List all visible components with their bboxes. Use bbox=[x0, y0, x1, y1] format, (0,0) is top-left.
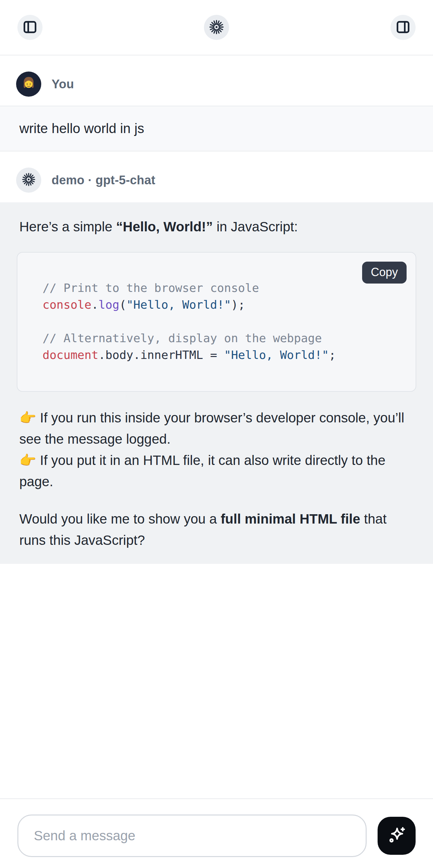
assistant-question-paragraph: Would you like me to show you a full min… bbox=[19, 508, 414, 551]
top-bar bbox=[0, 0, 433, 55]
chat-app: You write hello world in js dem bbox=[0, 0, 433, 868]
intro-bold: “Hello, World!” bbox=[116, 219, 213, 234]
javascript-code: // Print to the browser console console.… bbox=[42, 281, 336, 362]
copy-code-button[interactable]: Copy bbox=[362, 261, 407, 283]
code-content: // Print to the browser console console.… bbox=[18, 253, 415, 391]
user-sender-row: You bbox=[0, 55, 433, 106]
starburst-logo-icon bbox=[22, 173, 36, 188]
tip-line-2: 👉 If you put it in an HTML file, it can … bbox=[19, 453, 385, 489]
assistant-avatar bbox=[16, 167, 41, 193]
user-sender-name: You bbox=[52, 77, 74, 91]
user-message-text: write hello world in js bbox=[19, 121, 144, 136]
right-panel-toggle-button[interactable] bbox=[391, 15, 415, 40]
sparkles-icon bbox=[386, 826, 407, 846]
send-button[interactable] bbox=[378, 817, 415, 855]
tip-line-1: 👉 If you run this inside your browser’s … bbox=[19, 410, 404, 446]
assistant-tips-paragraph: 👉 If you run this inside your browser’s … bbox=[19, 407, 414, 492]
code-block: Copy // Print to the browser console con… bbox=[17, 252, 416, 392]
question-prefix: Would you like me to show you a bbox=[19, 511, 221, 526]
intro-suffix: in JavaScript: bbox=[213, 219, 298, 234]
assistant-sender-row: demo · gpt-5-chat bbox=[0, 151, 433, 202]
intro-prefix: Here’s a simple bbox=[19, 219, 116, 234]
starburst-logo-icon bbox=[209, 19, 224, 36]
user-message: write hello world in js bbox=[0, 106, 433, 151]
app-logo-button[interactable] bbox=[204, 15, 229, 40]
chat-scroll-area[interactable] bbox=[0, 564, 433, 798]
user-avatar bbox=[16, 71, 41, 97]
composer-bar bbox=[0, 798, 433, 868]
assistant-message: Here’s a simple “Hello, World!” in JavaS… bbox=[0, 202, 433, 564]
panel-right-icon bbox=[396, 20, 410, 35]
panel-left-icon bbox=[23, 20, 37, 35]
question-bold: full minimal HTML file bbox=[221, 511, 360, 526]
assistant-sender-name: demo · gpt-5-chat bbox=[52, 173, 155, 187]
person-emoji-icon bbox=[20, 75, 37, 93]
message-input[interactable] bbox=[18, 814, 367, 857]
sidebar-toggle-button[interactable] bbox=[18, 15, 42, 40]
assistant-intro-paragraph: Here’s a simple “Hello, World!” in JavaS… bbox=[19, 217, 414, 237]
